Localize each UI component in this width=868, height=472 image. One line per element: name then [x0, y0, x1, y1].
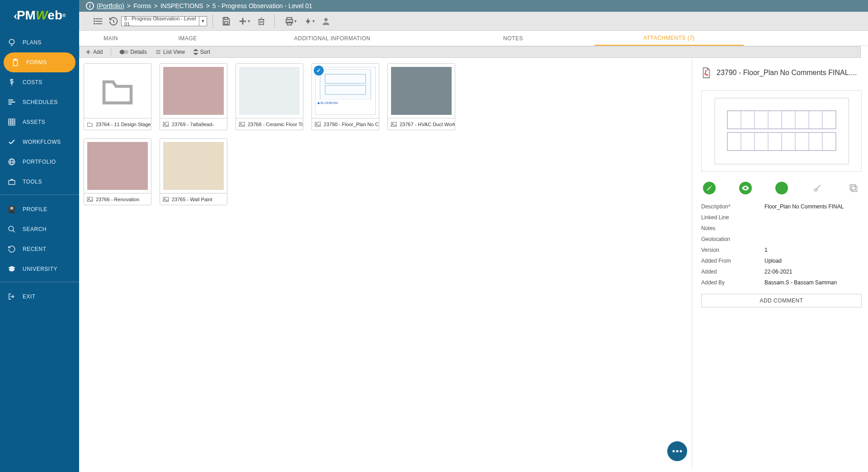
sidebar-item-exit[interactable]: EXIT: [0, 287, 79, 307]
attachment-card[interactable]: 23765 - Wall Paint: [160, 138, 227, 205]
attachment-label: 23769 - 7a8a9ead-: [172, 122, 214, 127]
attachment-card[interactable]: 23767 - HVAC Duct Work: [387, 63, 455, 130]
svg-line-38: [13, 230, 15, 232]
attachment-label: 23767 - HVAC Duct Work: [400, 122, 455, 127]
fab-more[interactable]: [667, 441, 687, 461]
details-row: Geolocation: [701, 236, 862, 242]
details-row: Linked Line: [701, 214, 862, 221]
attachments-toolbar: Add Details List View Sort: [79, 46, 861, 58]
sidebar-item-label: TOOLS: [23, 179, 42, 185]
sidebar-item-assets[interactable]: ASSETS: [0, 112, 79, 132]
sidebar-item-portfolio[interactable]: PORTFOLIO: [0, 152, 79, 172]
svg-point-80: [673, 450, 675, 453]
breadcrumb-part[interactable]: INSPECTIONS: [160, 2, 203, 9]
field-value: Bassam.S - Bassam Samman: [764, 279, 837, 286]
svg-point-20: [324, 18, 327, 21]
print-icon[interactable]: ▾: [280, 14, 300, 29]
attachment-details: 23790 - Floor_Plan No Comments FINAL....…: [692, 58, 862, 467]
grid-icon: [7, 118, 16, 127]
sidebar-item-profile[interactable]: PROFILE: [0, 199, 79, 219]
logo[interactable]: ‹PMWeb®: [0, 0, 79, 31]
sidebar-item-recent[interactable]: RECENT: [0, 239, 79, 259]
field-label: Description*: [701, 203, 764, 210]
main-toolbar: 5 - Progress Observation - Level 01 ▾ ▾ …: [0, 12, 868, 31]
svg-point-3: [94, 18, 95, 19]
sidebar-item-label: PORTFOLIO: [23, 159, 56, 165]
tab-image[interactable]: IMAGE: [142, 31, 233, 46]
add-button[interactable]: Add: [85, 49, 103, 55]
svg-rect-25: [9, 104, 12, 104]
bolt-icon[interactable]: ▾: [300, 14, 318, 29]
image-icon: [163, 122, 169, 127]
listview-button[interactable]: List View: [155, 49, 185, 55]
save-icon[interactable]: [218, 14, 234, 29]
attachment-card[interactable]: 23766 - Renovation: [84, 138, 151, 205]
layers-icon[interactable]: [847, 182, 860, 194]
sidebar-item-search[interactable]: SEARCH: [0, 219, 79, 239]
tab-notes[interactable]: NOTES: [432, 31, 594, 46]
brush-icon[interactable]: [811, 182, 824, 194]
details-preview[interactable]: [701, 90, 862, 172]
bulb-icon: [7, 38, 16, 47]
tab-attachments[interactable]: ATTACHMENTS (7): [594, 31, 744, 46]
briefcase-icon: [7, 177, 16, 186]
history-icon: [7, 245, 16, 254]
field-value: 22-06-2021: [764, 269, 792, 275]
edit-icon[interactable]: [703, 182, 716, 194]
sidebar-item-schedules[interactable]: SCHEDULES: [0, 92, 79, 112]
field-label: Geolocation: [701, 236, 764, 242]
tab-additional[interactable]: ADDITIONAL INFORMATION: [233, 31, 432, 46]
attachment-label: 23768 - Ceramic Floor Tiling: [248, 122, 303, 127]
details-row: Description*Floor_Plan No Comments FINAL: [701, 203, 862, 210]
history-icon[interactable]: [106, 14, 121, 29]
attachment-card[interactable]: 23764 - 11 Design Stage: [84, 63, 151, 130]
attachment-label: 23764 - 11 Design Stage: [96, 122, 151, 127]
svg-rect-24: [9, 102, 15, 103]
download-icon[interactable]: [775, 182, 788, 194]
sort-button[interactable]: Sort: [193, 49, 210, 55]
svg-point-36: [10, 207, 14, 210]
listview-label: List View: [163, 49, 185, 55]
breadcrumb-part[interactable]: Forms: [133, 2, 151, 9]
details-toggle[interactable]: Details: [119, 49, 147, 55]
field-label: Version: [701, 247, 764, 253]
sidebar-item-label: UNIVERSITY: [23, 266, 57, 272]
details-row: Version1: [701, 247, 862, 253]
sidebar-item-plans[interactable]: PLANS: [0, 33, 79, 52]
field-label: Added: [701, 269, 764, 275]
sidebar-item-workflows[interactable]: WORKFLOWS: [0, 132, 79, 152]
sidebar-item-tools[interactable]: TOOLS: [0, 172, 79, 192]
sidebar-item-university[interactable]: UNIVERSITY: [0, 259, 79, 279]
sidebar-item-forms[interactable]: FORMS: [4, 52, 75, 72]
sidebar-item-costs[interactable]: COSTS: [0, 72, 79, 92]
folder-icon: [87, 122, 93, 127]
check-icon: ✓: [314, 66, 324, 76]
svg-rect-50: [320, 69, 371, 99]
attachment-card[interactable]: 23768 - Ceramic Floor Tiling: [236, 63, 303, 130]
exit-icon: [7, 292, 16, 301]
image-icon: [163, 197, 169, 202]
image-icon: [87, 197, 93, 202]
record-select[interactable]: 5 - Progress Observation - Level 01 ▾: [121, 16, 207, 26]
bars-icon: [7, 98, 16, 107]
breadcrumb-root[interactable]: (Portfolio): [97, 2, 124, 9]
add-icon[interactable]: ▾: [234, 14, 254, 29]
svg-rect-57: [87, 197, 93, 201]
add-comment-button[interactable]: ADD COMMENT: [701, 294, 862, 307]
sidebar-item-label: COSTS: [23, 79, 42, 85]
search-icon: [7, 225, 16, 234]
globe-icon: [7, 157, 16, 166]
sidebar-item-label: EXIT: [23, 293, 36, 300]
details-row: Added22-06-2021: [701, 269, 862, 275]
delete-icon[interactable]: [254, 14, 269, 29]
user-icon[interactable]: [318, 14, 334, 29]
list-icon[interactable]: [90, 14, 106, 29]
attachment-card[interactable]: ✓◆ BLUEBEAM23790 - Floor_Plan No Com...: [311, 63, 379, 130]
info-icon[interactable]: i: [86, 2, 94, 10]
cap-icon: [7, 264, 16, 274]
view-icon[interactable]: [739, 182, 752, 194]
record-tabs: MAIN IMAGE ADDITIONAL INFORMATION NOTES …: [79, 31, 868, 46]
tab-main[interactable]: MAIN: [79, 31, 142, 46]
attachment-card[interactable]: 23769 - 7a8a9ead-: [160, 63, 227, 130]
breadcrumb-part[interactable]: 5 - Progress Observation - Level 01: [212, 2, 312, 9]
